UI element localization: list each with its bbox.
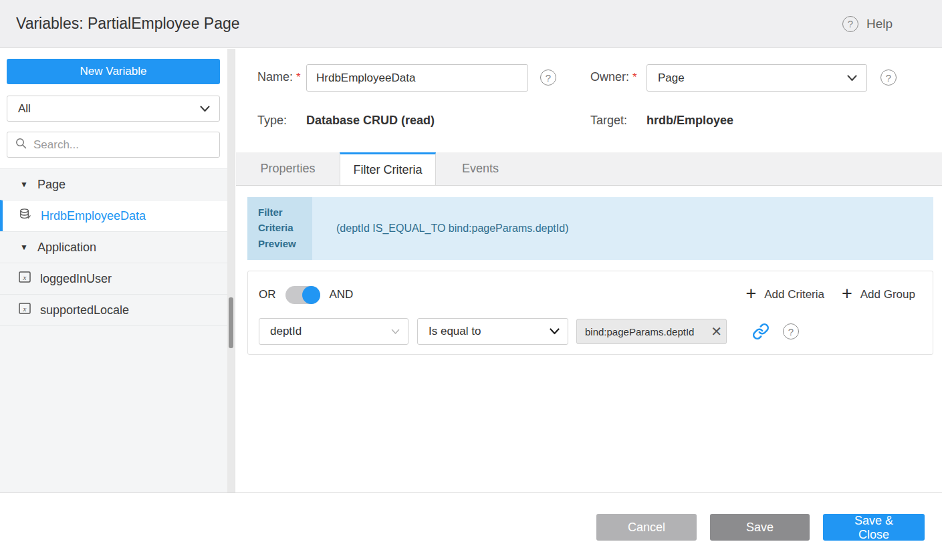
bind-value-text: bind:pageParams.deptId — [585, 326, 709, 337]
add-group-label: Add Group — [860, 288, 915, 301]
criteria-field-value: deptId — [270, 325, 302, 338]
required-marker: * — [296, 71, 301, 84]
type-value: Database CRUD (read) — [306, 114, 435, 128]
help-icon: ? — [842, 16, 858, 32]
tree-filler — [0, 325, 228, 493]
svg-text:x: x — [23, 273, 27, 281]
filter-criteria-preview-value: (deptId IS_EQUAL_TO bind:pageParams.dept… — [312, 197, 933, 260]
dialog-footer: Cancel Save Save & Close — [0, 493, 942, 560]
toggle-knob — [302, 286, 320, 304]
and-label: AND — [330, 288, 354, 301]
tab-filter-criteria[interactable]: Filter Criteria — [340, 152, 436, 185]
new-variable-button[interactable]: New Variable — [7, 59, 220, 84]
search-input[interactable] — [33, 138, 211, 152]
search-icon — [15, 138, 27, 152]
bind-value-chip[interactable]: bind:pageParams.deptId ✕ — [576, 319, 727, 344]
criteria-condition-value: Is equal to — [429, 325, 481, 338]
or-label: OR — [259, 288, 276, 301]
bind-link-icon[interactable] — [752, 323, 770, 343]
owner-select[interactable]: Page — [646, 64, 867, 92]
variable-filter-value: All — [18, 102, 31, 116]
variable-tree: ▼ Page HrdbEmployeeData ▼ Application x … — [0, 168, 228, 493]
save-button[interactable]: Save — [710, 514, 810, 541]
filter-criteria-preview: Filter Criteria Preview (deptId IS_EQUAL… — [247, 197, 933, 260]
chevron-down-icon — [550, 325, 560, 338]
tree-item-label: supportedLocale — [40, 303, 129, 317]
name-help-icon[interactable]: ? — [540, 69, 556, 86]
chevron-down-icon — [200, 102, 210, 116]
tree-item-supportedlocale[interactable]: x supportedLocale — [0, 294, 228, 325]
tree-item-loggedinuser[interactable]: x loggedInUser — [0, 263, 228, 294]
criteria-condition-select[interactable]: Is equal to — [417, 318, 568, 345]
chevron-down-icon — [391, 325, 400, 338]
target-value: hrdb/Employee — [646, 114, 733, 128]
add-criteria-button[interactable]: + Add Criteria — [745, 287, 824, 303]
sidebar-scrollbar[interactable] — [227, 49, 235, 493]
plus-icon: + — [745, 285, 756, 303]
clear-value-icon[interactable]: ✕ — [711, 325, 722, 338]
type-label: Type: — [257, 114, 287, 128]
tab-properties[interactable]: Properties — [236, 152, 340, 185]
required-marker: * — [632, 71, 637, 84]
criteria-toolbar: OR AND + Add Criteria + Add Group — [259, 285, 915, 304]
tab-events[interactable]: Events — [436, 152, 525, 185]
or-and-toggle[interactable] — [285, 286, 320, 304]
svg-text:x: x — [23, 305, 27, 313]
cancel-button[interactable]: Cancel — [596, 514, 697, 541]
database-icon — [19, 208, 31, 224]
plus-icon: + — [842, 285, 852, 303]
help-link[interactable]: ? Help — [842, 16, 893, 32]
sidebar-scrollbar-thumb[interactable] — [229, 297, 233, 348]
criteria-help-icon[interactable]: ? — [783, 323, 799, 339]
chevron-down-icon — [847, 72, 857, 85]
form-row-type-target: Type: Database CRUD (read) Target: hrdb/… — [236, 114, 942, 130]
filter-criteria-preview-label: Filter Criteria Preview — [247, 197, 312, 260]
tree-group-label: Page — [37, 178, 66, 192]
tree-item-label: HrdbEmployeeData — [41, 209, 146, 223]
collapse-triangle-icon[interactable]: ▼ — [20, 180, 28, 188]
owner-help-icon[interactable]: ? — [880, 69, 897, 86]
variable-search-box — [7, 132, 220, 158]
criteria-row: deptId Is equal to bind:pageParams.deptI… — [259, 318, 915, 345]
form-row-name-owner: Name:* ? Owner:* Page ? — [236, 64, 942, 92]
static-variable-icon: x — [19, 303, 31, 317]
variable-detail-panel: Name:* ? Owner:* Page ? Type: Database C… — [236, 49, 942, 493]
tree-item-hrdbemployeedata[interactable]: HrdbEmployeeData — [0, 200, 228, 231]
criteria-builder: OR AND + Add Criteria + Add Group deptId — [247, 271, 933, 355]
add-group-button[interactable]: + Add Group — [842, 287, 915, 303]
tree-group-label: Application — [37, 241, 96, 255]
tree-group-page[interactable]: ▼ Page — [0, 168, 228, 200]
help-label: Help — [866, 17, 893, 31]
variables-sidebar: New Variable All ▼ Page HrdbEmployeeData… — [0, 49, 235, 493]
name-input[interactable] — [306, 64, 528, 92]
owner-select-value: Page — [658, 72, 685, 85]
tree-item-label: loggedInUser — [40, 272, 112, 286]
name-label: Name:* — [257, 70, 301, 84]
static-variable-icon: x — [19, 271, 31, 286]
owner-label: Owner:* — [590, 70, 637, 84]
variable-filter-select[interactable]: All — [7, 96, 220, 122]
collapse-triangle-icon[interactable]: ▼ — [20, 243, 28, 251]
criteria-field-select[interactable]: deptId — [259, 318, 408, 345]
dialog-header: Variables: PartialEmployee Page ? Help — [0, 0, 942, 48]
save-close-button[interactable]: Save & Close — [823, 514, 925, 541]
tree-group-application[interactable]: ▼ Application — [0, 231, 228, 263]
dialog-title: Variables: PartialEmployee Page — [16, 15, 240, 33]
tab-strip: Properties Filter Criteria Events — [236, 152, 942, 186]
add-criteria-label: Add Criteria — [764, 288, 824, 301]
target-label: Target: — [590, 114, 627, 128]
